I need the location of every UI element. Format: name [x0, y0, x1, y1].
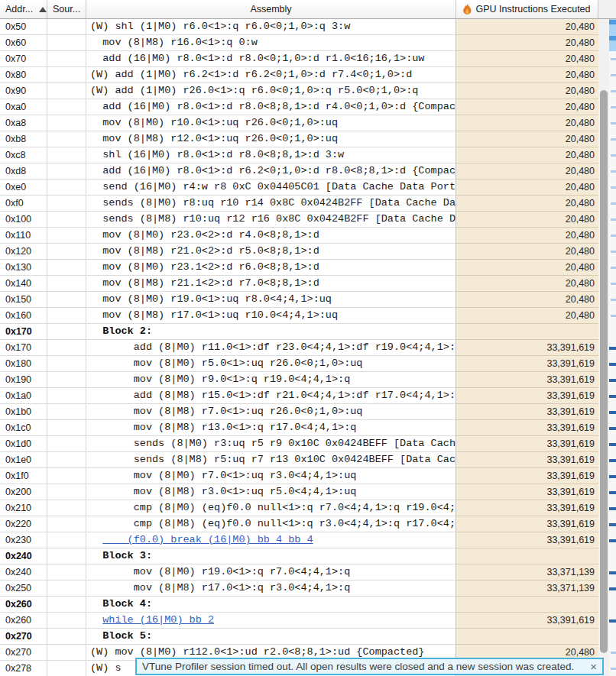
- table-row[interactable]: 0x120 mov (8|M8) r21.0<2>:d r5.0<8;8,1>:…: [0, 244, 598, 260]
- table-row[interactable]: 0x70 add (16|M0) r8.0<1>:d r8.0<0;1,0>:d…: [0, 51, 598, 67]
- asm-cell: mov (8|M0) r19.0<1>:uq r8.0<4;4,1>:uq: [86, 292, 456, 308]
- column-header-address[interactable]: Addr...: [0, 0, 47, 18]
- asm-cell: add (8|M0) r11.0<1>:df r23.0<4;4,1>:df r…: [86, 340, 456, 356]
- marker-dash: [609, 507, 616, 510]
- marker-dash: [611, 234, 616, 237]
- source-cell: [47, 548, 86, 564]
- table-row[interactable]: 0x160 mov (8|M8) r17.0<1>:uq r10.0<4;4,1…: [0, 308, 598, 324]
- source-cell: [47, 532, 86, 548]
- table-row[interactable]: 0x230 (f0.0) break (16|M0) bb_4 bb_4 33,…: [0, 532, 598, 548]
- asm-cell: (W) shl (1|M0) r6.0<1>:q r6.0<0;1,0>:q 3…: [86, 19, 456, 35]
- column-header-assembly[interactable]: Assembly: [86, 0, 456, 18]
- column-header-gpu-instructions[interactable]: GPU Instructions Executed: [456, 0, 598, 18]
- asm-cell: mov (8|M0) r23.0<2>:d r4.0<8;8,1>:d: [86, 228, 456, 244]
- table-body: 0x50 (W) shl (1|M0) r6.0<1>:q r6.0<0;1,0…: [0, 19, 598, 676]
- marker-dash: [609, 587, 616, 590]
- table-row[interactable]: 0x1a0 add (8|M8) r15.0<1>:df r21.0<4;4,1…: [0, 388, 598, 404]
- table-row[interactable]: 0x50 (W) shl (1|M0) r6.0<1>:q r6.0<0;1,0…: [0, 19, 598, 35]
- header-corner: [598, 0, 616, 18]
- addr-cell: 0x240: [0, 564, 47, 581]
- marker-bar[interactable]: [609, 19, 616, 676]
- table-row[interactable]: 0x1c0 mov (8|M8) r13.0<1>:q r17.0<4;4,1>…: [0, 420, 598, 436]
- table-row[interactable]: 0x270 Block 5:: [0, 629, 598, 645]
- column-header-source[interactable]: Sour...: [47, 0, 86, 18]
- addr-cell: 0x70: [0, 51, 47, 67]
- addr-cell: 0x1b0: [0, 404, 47, 420]
- table-row[interactable]: 0xf0 sends (8|M0) r8:uq r10 r14 0x8C 0x0…: [0, 196, 598, 212]
- table-row[interactable]: 0x250 mov (8|M8) r17.0<1>:q r3.0<4;4,1>:…: [0, 581, 598, 597]
- addr-cell: 0x270: [0, 645, 47, 661]
- addr-cell: 0xd8: [0, 163, 47, 180]
- table-row[interactable]: 0x220 cmp (8|M8) (eq)f0.0 null<1>:q r3.0…: [0, 516, 598, 532]
- table-row[interactable]: 0xe0 send (16|M0) r4:w r8 0xC 0x04405C01…: [0, 180, 598, 196]
- asm-cell: cmp (8|M8) (eq)f0.0 null<1>:q r3.0<4;4,1…: [86, 516, 456, 532]
- source-cell: [47, 308, 86, 324]
- addr-cell: 0x270: [0, 629, 47, 645]
- table-row[interactable]: 0x130 mov (8|M0) r23.1<2>:d r6.0<8;8,1>:…: [0, 260, 598, 276]
- marker-dash: [609, 347, 616, 350]
- table-row[interactable]: 0x200 mov (8|M8) r3.0<1>:uq r5.0<4;4,1>:…: [0, 484, 598, 500]
- table-row[interactable]: 0x100 sends (8|M8) r10:uq r12 r16 0x8C 0…: [0, 212, 598, 228]
- notification-close-icon[interactable]: ×: [584, 661, 597, 672]
- addr-cell: 0xb8: [0, 131, 47, 147]
- source-cell: [47, 324, 86, 340]
- table-row[interactable]: 0x80 (W) add (1|M0) r6.2<1>:d r6.2<0;1,0…: [0, 67, 598, 83]
- value-cell: 20,480: [456, 163, 598, 180]
- asm-jump-link[interactable]: (f0.0) break (16|M0) bb_4 bb_4: [102, 534, 313, 545]
- scrollbar-thumb[interactable]: [600, 90, 608, 653]
- table-row[interactable]: 0x1b0 mov (8|M8) r7.0<1>:uq r26.0<0;1,0>…: [0, 404, 598, 420]
- table-row[interactable]: 0x60 mov (8|M8) r16.0<1>:q 0:w 20,480: [0, 35, 598, 51]
- table-row[interactable]: 0x110 mov (8|M0) r23.0<2>:d r4.0<8;8,1>:…: [0, 228, 598, 244]
- asm-cell: while (16|M0) bb_2: [86, 613, 456, 629]
- table-row[interactable]: 0xa0 add (16|M0) r8.0<1>:d r8.0<8;8,1>:d…: [0, 99, 598, 115]
- table-row[interactable]: 0x90 (W) add (1|M0) r26.0<1>:q r6.0<0;1,…: [0, 83, 598, 99]
- grid-header: Addr... Sour... Assembly GPU Instruction…: [0, 0, 616, 19]
- table-row[interactable]: 0xd8 add (16|M0) r8.0<1>:d r6.2<0;1,0>:d…: [0, 163, 598, 180]
- value-cell: 20,480: [456, 51, 598, 67]
- value-cell: 33,391,619: [456, 484, 598, 500]
- table-row[interactable]: 0x240 mov (8|M0) r19.0<1>:q r7.0<4;4,1>:…: [0, 564, 598, 581]
- source-cell: [47, 276, 86, 292]
- value-cell: [456, 629, 598, 645]
- asm-cell: sends (8|M8) r5:uq r7 r13 0x10C 0x0424BE…: [86, 452, 456, 468]
- asm-cell: cmp (8|M0) (eq)f0.0 null<1>:q r7.0<4;4,1…: [86, 500, 456, 516]
- addr-cell: 0x130: [0, 260, 47, 276]
- source-cell: [47, 388, 86, 404]
- addr-cell: 0x230: [0, 532, 47, 548]
- marker-dash: [609, 539, 616, 542]
- table-row[interactable]: 0x260 while (16|M0) bb_2 33,391,619: [0, 613, 598, 629]
- table-row[interactable]: 0x1d0 sends (8|M0) r3:uq r5 r9 0x10C 0x0…: [0, 436, 598, 452]
- table-row[interactable]: 0x1e0 sends (8|M8) r5:uq r7 r13 0x10C 0x…: [0, 452, 598, 468]
- table-row[interactable]: 0xc8 shl (16|M0) r8.0<1>:d r8.0<8;8,1>:d…: [0, 147, 598, 163]
- table-row[interactable]: 0x260 Block 4:: [0, 597, 598, 613]
- value-cell: 20,480: [456, 115, 598, 131]
- marker-dash: [609, 20, 616, 24]
- marker-dash: [611, 668, 616, 670]
- asm-cell: mov (8|M8) r17.0<1>:uq r10.0<4;4,1>:uq: [86, 308, 456, 324]
- table-row[interactable]: 0x1f0 mov (8|M0) r7.0<1>:uq r3.0<4;4,1>:…: [0, 468, 598, 484]
- table-row[interactable]: 0x140 mov (8|M8) r21.1<2>:d r7.0<8;8,1>:…: [0, 276, 598, 292]
- table-row[interactable]: 0x210 cmp (8|M0) (eq)f0.0 null<1>:q r7.0…: [0, 500, 598, 516]
- scrollbar[interactable]: [598, 19, 609, 676]
- table-row[interactable]: 0xa8 mov (8|M0) r10.0<1>:uq r26.0<0;1,0>…: [0, 115, 598, 131]
- table-row[interactable]: 0x180 mov (8|M0) r5.0<1>:uq r26.0<0;1,0>…: [0, 356, 598, 372]
- table-row[interactable]: 0xb8 mov (8|M8) r12.0<1>:uq r26.0<0;1,0>…: [0, 131, 598, 147]
- source-cell: [47, 420, 86, 436]
- marker-dash: [611, 202, 616, 205]
- table-row[interactable]: 0x190 mov (8|M0) r9.0<1>:q r19.0<4;4,1>:…: [0, 372, 598, 388]
- table-row[interactable]: 0x150 mov (8|M0) r19.0<1>:uq r8.0<4;4,1>…: [0, 292, 598, 308]
- table-row[interactable]: 0x170 Block 2:: [0, 324, 598, 340]
- addr-cell: 0x170: [0, 324, 47, 340]
- marker-dash: [611, 315, 616, 317]
- asm-cell: sends (8|M0) r3:uq r5 r9 0x10C 0x0424BEF…: [86, 436, 456, 452]
- asm-cell: mov (8|M8) r7.0<1>:uq r26.0<0;1,0>:uq: [86, 404, 456, 420]
- asm-jump-link[interactable]: while (16|M0) bb_2: [102, 614, 214, 626]
- source-cell: [47, 645, 86, 661]
- source-cell: [47, 35, 86, 51]
- marker-dash: [611, 218, 616, 221]
- asm-cell: mov (8|M0) r19.0<1>:q r7.0<4;4,1>:q: [86, 564, 456, 581]
- addr-cell: 0x1a0: [0, 388, 47, 404]
- asm-cell: Block 3:: [86, 548, 456, 564]
- table-row[interactable]: 0x170 add (8|M0) r11.0<1>:df r23.0<4;4,1…: [0, 340, 598, 356]
- table-row[interactable]: 0x240 Block 3:: [0, 548, 598, 564]
